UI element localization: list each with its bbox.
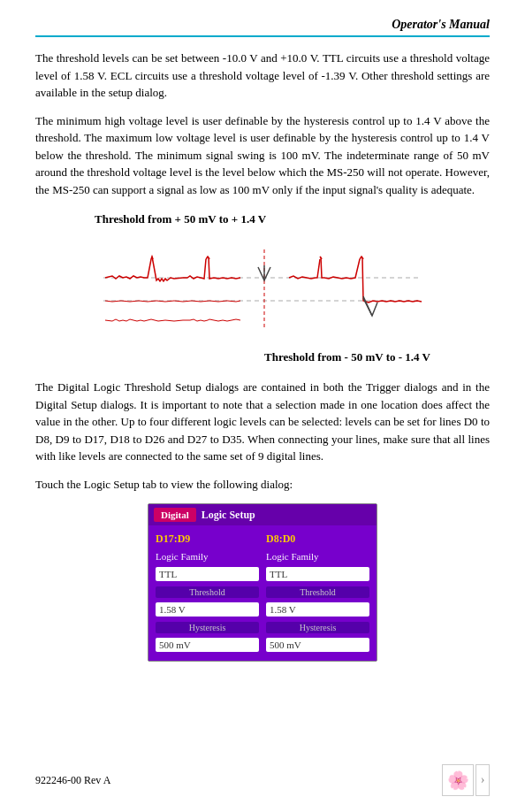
dialog-tab-digital[interactable]: Digital	[154, 508, 196, 522]
logic-col-2: D8:D0 Logic Family TTL Threshold 1.58 V …	[266, 532, 369, 654]
logic-col-1: D17:D9 Logic Family TTL Threshold 1.58 V…	[156, 532, 259, 654]
col2-sublabel: Logic Family	[266, 551, 369, 562]
waveform-area	[95, 232, 430, 347]
diagram-label-bottom: Threshold from - 50 mV to - 1.4 V	[95, 350, 430, 364]
paragraph-1: The threshold levels can be set between …	[35, 50, 490, 102]
col1-hysteresis-label: Hysteresis	[156, 622, 259, 633]
col2-threshold-label: Threshold	[266, 586, 369, 598]
col1-threshold-label: Threshold	[156, 586, 259, 598]
col1-threshold-value[interactable]: 1.58 V	[156, 602, 259, 617]
col1-sublabel: Logic Family	[156, 551, 259, 562]
dialog-title: Logic Setup	[202, 509, 255, 522]
paragraph-2: The minimum high voltage level is user d…	[35, 112, 490, 199]
waveform-svg	[95, 232, 430, 347]
waveform-diagram: Threshold from + 50 mV to + 1.4 V	[35, 212, 490, 364]
col2-header: D8:D0	[266, 532, 369, 546]
col2-family-value[interactable]: TTL	[266, 567, 369, 581]
col2-hysteresis-label: Hysteresis	[266, 622, 369, 633]
page-footer: 922246-00 Rev A 🌸 ›	[35, 764, 490, 796]
diagram-label-top: Threshold from + 50 mV to + 1.4 V	[95, 212, 430, 226]
dialog-body: D17:D9 Logic Family TTL Threshold 1.58 V…	[148, 525, 377, 661]
header-title: Operator's Manual	[392, 18, 490, 31]
page-header: Operator's Manual	[35, 18, 490, 37]
next-page-arrow[interactable]: ›	[476, 764, 490, 796]
paragraph-3: The Digital Logic Threshold Setup dialog…	[35, 379, 490, 465]
revision-label: 922246-00 Rev A	[35, 774, 110, 787]
logo-icon: 🌸	[442, 764, 474, 796]
col2-threshold-value[interactable]: 1.58 V	[266, 602, 369, 617]
col1-hysteresis-value[interactable]: 500 mV	[156, 638, 259, 652]
footer-nav: 🌸 ›	[442, 764, 490, 796]
col2-hysteresis-value[interactable]: 500 mV	[266, 638, 369, 652]
col1-family-value[interactable]: TTL	[156, 567, 259, 581]
paragraph-4: Touch the Logic Setup tab to view the fo…	[35, 476, 490, 494]
dialog-titlebar: Digital Logic Setup	[148, 504, 377, 525]
col1-header: D17:D9	[156, 532, 259, 546]
svg-line-4	[363, 296, 372, 316]
logic-setup-dialog: Digital Logic Setup D17:D9 Logic Family …	[148, 503, 377, 662]
